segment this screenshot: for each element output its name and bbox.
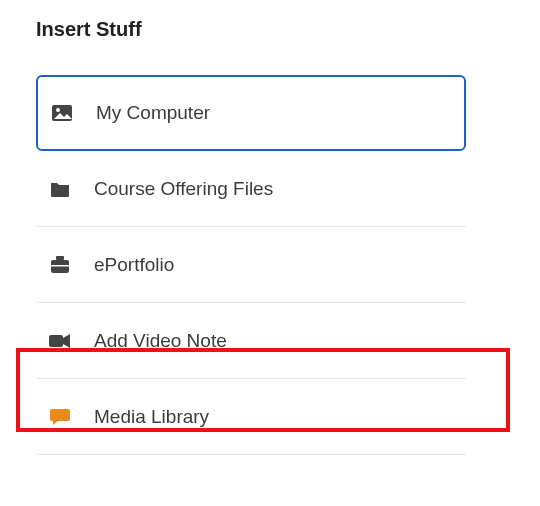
- item-my-computer[interactable]: My Computer: [36, 75, 466, 151]
- item-label: ePortfolio: [94, 254, 174, 276]
- item-course-offering-files[interactable]: Course Offering Files: [36, 151, 466, 227]
- source-list: My Computer Course Offering Files ePortf…: [36, 75, 466, 455]
- svg-rect-5: [49, 335, 63, 347]
- video-icon: [48, 334, 72, 348]
- item-label: Course Offering Files: [94, 178, 273, 200]
- item-label: My Computer: [96, 102, 210, 124]
- svg-rect-2: [56, 256, 64, 260]
- item-media-library[interactable]: Media Library: [36, 379, 466, 455]
- item-label: Media Library: [94, 406, 209, 428]
- briefcase-icon: [48, 256, 72, 274]
- chat-icon: [48, 408, 72, 426]
- image-icon: [50, 105, 74, 121]
- item-add-video-note[interactable]: Add Video Note: [36, 303, 466, 379]
- svg-rect-4: [51, 265, 69, 267]
- dialog-title: Insert Stuff: [36, 18, 532, 41]
- folder-icon: [48, 181, 72, 197]
- svg-point-1: [56, 108, 60, 112]
- item-eportfolio[interactable]: ePortfolio: [36, 227, 466, 303]
- item-label: Add Video Note: [94, 330, 227, 352]
